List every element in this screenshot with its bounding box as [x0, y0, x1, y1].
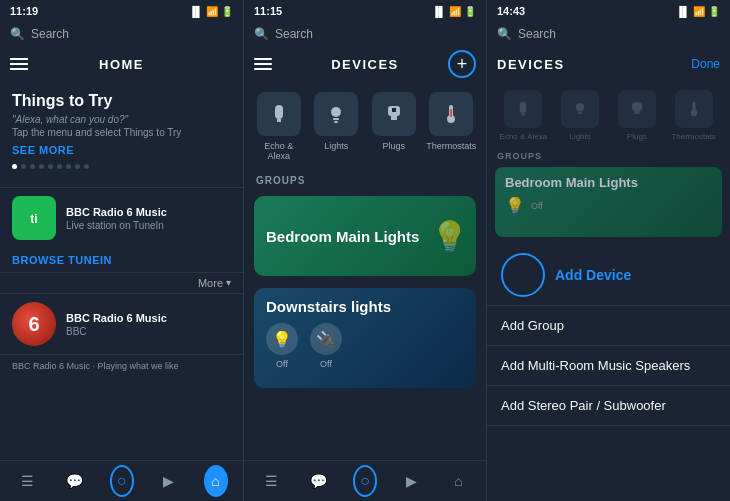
thermostats-device-icon [440, 103, 462, 125]
browse-tunein-link[interactable]: BROWSE TUNEIN [0, 248, 243, 272]
dot-5 [48, 164, 53, 169]
radio-card-1[interactable]: ti BBC Radio 6 Music Live station on Tun… [0, 187, 243, 248]
see-more-link[interactable]: SEE MORE [12, 144, 231, 156]
echo-icon [257, 92, 301, 136]
add-menu-items: Add Device Add Group Add Multi-Room Musi… [487, 245, 730, 501]
search-icon-1: 🔍 [10, 27, 25, 41]
alexa-circle-btn[interactable]: ○ [110, 465, 134, 497]
svg-rect-17 [578, 112, 583, 114]
done-button[interactable]: Done [691, 57, 720, 71]
device-item-lights[interactable]: Lights [310, 92, 362, 161]
radio-info-2: BBC Radio 6 Music BBC [66, 312, 231, 337]
dot-2 [21, 164, 26, 169]
nav-home-btn[interactable]: ⌂ [204, 469, 228, 493]
nav-chat-icon-2[interactable]: 💬 [306, 469, 330, 493]
dot-7 [66, 164, 71, 169]
ds-light-label: Off [276, 359, 288, 369]
radio-sub-1: Live station on TuneIn [66, 220, 231, 231]
p3-device-lights: Lights [556, 90, 604, 141]
tunein-icon: ti [20, 204, 48, 232]
svg-rect-14 [520, 102, 527, 113]
battery-icon: 🔋 [221, 6, 233, 17]
p3-device-plugs: Plugs [613, 90, 661, 141]
bedroom-card-title: Bedroom Main Lights [266, 228, 419, 245]
device-item-thermostats[interactable]: Thermostats [425, 92, 477, 161]
light-off-icon: 💡 [505, 196, 525, 215]
things-to-try-section: Things to Try "Alexa, what can you do?" … [0, 82, 243, 187]
status-bar-3: 14:43 ▐▌ 📶 🔋 [487, 0, 730, 22]
nav-menu-icon[interactable]: ☰ [16, 469, 40, 493]
dot-1 [12, 164, 17, 169]
svg-rect-10 [394, 108, 396, 112]
wifi-icon-3: 📶 [693, 6, 705, 17]
hamburger-menu-2[interactable] [254, 58, 272, 70]
p3-bedroom-card: Bedroom Main Lights 💡 Off [495, 167, 722, 237]
nav-home-icon-2[interactable]: ⌂ [447, 469, 471, 493]
time-3: 14:43 [497, 5, 525, 17]
more-row: More ▾ [0, 272, 243, 293]
svg-rect-5 [333, 118, 339, 120]
add-stereo-item[interactable]: Add Stereo Pair / Subwoofer [487, 386, 730, 426]
wifi-icon: 📶 [206, 6, 218, 17]
dot-3 [30, 164, 35, 169]
p3-lights-icon [561, 90, 599, 128]
p3-thermostats-label: Thermostats [671, 132, 715, 141]
p3-device-echo: Echo & Alexa [499, 90, 547, 141]
now-playing-bar: BBC Radio 6 Music · Playing what we like [0, 354, 243, 377]
svg-rect-2 [275, 105, 283, 119]
svg-point-16 [576, 103, 584, 111]
bedroom-card-inner: Bedroom Main Lights 💡 [254, 196, 476, 276]
battery-icon-2: 🔋 [464, 6, 476, 17]
thermostats-icon [429, 92, 473, 136]
nav-menu-icon-2[interactable]: ☰ [259, 469, 283, 493]
ds-plug-icon: 🔌 [310, 323, 342, 355]
time-2: 11:15 [254, 5, 282, 17]
device-label-plugs: Plugs [382, 141, 405, 151]
light-off-label: Off [531, 201, 543, 211]
svg-rect-19 [634, 111, 639, 114]
search-text-1: Search [31, 27, 69, 41]
add-group-item[interactable]: Add Group [487, 306, 730, 346]
radio-info-1: BBC Radio 6 Music Live station on TuneIn [66, 206, 231, 231]
bedroom-card[interactable]: Bedroom Main Lights 💡 [254, 196, 476, 276]
wifi-icon-2: 📶 [449, 6, 461, 17]
search-icon-3: 🔍 [497, 27, 512, 41]
p3-groups-label: GROUPS [487, 149, 730, 163]
svg-point-21 [690, 110, 697, 117]
svg-rect-15 [522, 113, 525, 115]
search-bar-1[interactable]: 🔍 Search [0, 22, 243, 46]
downstairs-card[interactable]: Downstairs lights 💡 Off 🔌 Off [254, 288, 476, 388]
add-device-row[interactable]: Add Device [487, 245, 730, 306]
search-bar-3[interactable]: 🔍 Search [487, 22, 730, 46]
chevron-down-icon: ▾ [226, 277, 231, 289]
alexa-circle-btn-2[interactable]: ○ [353, 465, 377, 497]
svg-rect-9 [392, 108, 394, 112]
bottom-nav-1: ☰ 💬 ○ ▶ ⌂ [0, 460, 243, 501]
nav-alexa-btn-2[interactable]: ○ [353, 469, 377, 493]
signal-icon-2: ▐▌ [432, 6, 446, 17]
bottom-nav-2: ☰ 💬 ○ ▶ ⌂ [244, 460, 486, 501]
p3-plugs-label: Plugs [627, 132, 647, 141]
p3-plugs-device-icon [628, 100, 646, 118]
time-1: 11:19 [10, 5, 38, 17]
p3-thermostats-device-icon [685, 100, 703, 118]
home-circle-btn[interactable]: ⌂ [204, 465, 228, 497]
add-device-plus-btn[interactable]: + [448, 50, 476, 78]
nav-alexa-btn[interactable]: ○ [110, 469, 134, 493]
radio-card-2[interactable]: 6 BBC Radio 6 Music BBC [0, 293, 243, 354]
radio-sub-2: BBC [66, 326, 231, 337]
nav-chat-icon[interactable]: 💬 [63, 469, 87, 493]
dot-6 [57, 164, 62, 169]
device-item-plugs[interactable]: Plugs [368, 92, 420, 161]
add-device-label: Add Device [555, 267, 631, 283]
nav-play-icon-2[interactable]: ▶ [400, 469, 424, 493]
ds-device-2: 🔌 Off [310, 323, 342, 369]
add-multiroom-item[interactable]: Add Multi-Room Music Speakers [487, 346, 730, 386]
p3-lights-device-icon [571, 100, 589, 118]
nav-play-icon[interactable]: ▶ [157, 469, 181, 493]
status-bar-1: 11:19 ▐▌ 📶 🔋 [0, 0, 243, 22]
plugs-device-icon [383, 103, 405, 125]
device-item-echo[interactable]: Echo & Alexa [253, 92, 305, 161]
search-bar-2[interactable]: 🔍 Search [244, 22, 486, 46]
p3-plugs-icon [618, 90, 656, 128]
